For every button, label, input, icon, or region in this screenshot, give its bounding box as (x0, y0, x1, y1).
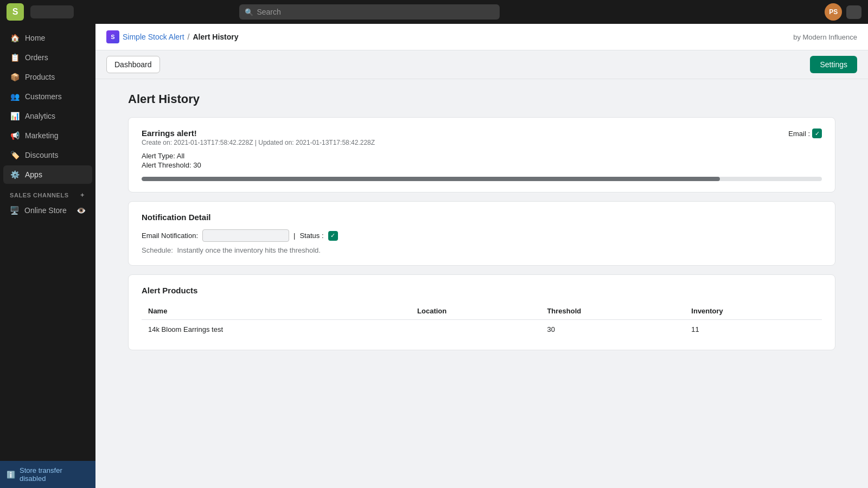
search-bar[interactable]: 🔍 (239, 4, 500, 20)
settings-button[interactable]: Settings (810, 56, 857, 73)
cell-threshold: 30 (540, 320, 685, 339)
toolbar: Dashboard Settings (95, 50, 868, 79)
cell-inventory: 11 (685, 320, 822, 339)
topbar-right: PS (825, 3, 861, 21)
alert-meta: Alert Type: All Alert Threshold: 30 (142, 152, 822, 169)
breadcrumb: S Simple Stock Alert / Alert History (106, 30, 239, 43)
alert-products-card: Alert Products Name Location Threshold I… (128, 274, 835, 350)
content-area: Alert History Earrings alert! Create on:… (95, 79, 868, 488)
alert-info-card: Earrings alert! Create on: 2021-01-13T17… (128, 117, 835, 192)
topbar: S 🔍 PS (0, 0, 868, 24)
marketing-icon: 📢 (10, 131, 20, 140)
table-row: 14k Bloom Earrings test3011 (142, 320, 822, 339)
email-label: Email : (788, 130, 810, 138)
email-notification-input[interactable] (202, 229, 289, 242)
breadcrumb-app-link[interactable]: Simple Stock Alert (123, 33, 184, 41)
sidebar-item-orders[interactable]: 📋 Orders (3, 48, 92, 67)
page-title: Alert History (128, 92, 835, 106)
alert-header-row: Earrings alert! Create on: 2021-01-13T17… (142, 129, 822, 146)
email-notification-label: Email Notification: (142, 232, 198, 240)
cell-name: 14k Bloom Earrings test (142, 320, 411, 339)
col-threshold: Threshold (540, 303, 685, 320)
alert-threshold-row: Alert Threshold: 30 (142, 161, 822, 169)
subheader: S Simple Stock Alert / Alert History by … (95, 24, 868, 50)
notification-detail-card: Notification Detail Email Notification: … (128, 201, 835, 266)
email-badge: Email : ✓ (788, 129, 822, 138)
store-transfer-text: Store transfer disabled (20, 466, 89, 483)
alert-dates: Create on: 2021-01-13T17:58:42.228Z | Up… (142, 139, 375, 146)
sidebar: 🏠 Home 📋 Orders 📦 Products 👥 Customers 📊… (0, 24, 95, 488)
by-developer: by Modern Influence (793, 33, 857, 41)
store-transfer-banner: ℹ️ Store transfer disabled (0, 461, 95, 488)
apps-icon: ⚙️ (10, 170, 20, 179)
sidebar-item-analytics[interactable]: 📊 Analytics (3, 107, 92, 125)
analytics-icon: 📊 (10, 111, 20, 121)
breadcrumb-current-page: Alert History (193, 33, 239, 41)
sidebar-item-discounts[interactable]: 🏷️ Discounts (3, 146, 92, 164)
notification-schedule: Schedule: Instantly once the inventory h… (142, 246, 822, 254)
alert-name: Earrings alert! (142, 129, 375, 138)
search-input[interactable] (239, 4, 500, 20)
add-sales-channel-icon[interactable]: ＋ (79, 191, 86, 199)
products-table-header: Name Location Threshold Inventory (142, 303, 822, 320)
main-content: S Simple Stock Alert / Alert History by … (95, 24, 868, 488)
sidebar-item-home[interactable]: 🏠 Home (3, 29, 92, 47)
avatar[interactable]: PS (825, 3, 842, 21)
products-icon: 📦 (10, 72, 20, 82)
online-store-icon: 🖥️ (10, 206, 19, 215)
col-location: Location (411, 303, 540, 320)
shopify-logo: S (7, 3, 24, 21)
sidebar-item-apps[interactable]: ⚙️ Apps (3, 165, 92, 184)
notification-section-title: Notification Detail (142, 213, 822, 222)
status-check-icon: ✓ (328, 231, 338, 241)
progress-bar (142, 177, 822, 181)
progress-bar-fill (142, 177, 720, 181)
notification-detail-row: Email Notification: | Status : ✓ (142, 229, 822, 242)
pipe-separator: | (293, 232, 295, 240)
store-name[interactable] (30, 5, 74, 18)
products-table-body: 14k Bloom Earrings test3011 (142, 320, 822, 339)
app-icon: S (106, 30, 119, 43)
home-icon: 🏠 (10, 33, 20, 43)
layout: 🏠 Home 📋 Orders 📦 Products 👥 Customers 📊… (0, 24, 868, 488)
alert-name-section: Earrings alert! Create on: 2021-01-13T17… (142, 129, 375, 146)
products-table: Name Location Threshold Inventory 14k Bl… (142, 303, 822, 339)
status-label: Status : (299, 232, 323, 240)
discounts-icon: 🏷️ (10, 150, 20, 160)
sales-channels-label: SALES CHANNELS ＋ (0, 184, 95, 201)
alert-type-row: Alert Type: All (142, 152, 822, 160)
customers-icon: 👥 (10, 92, 20, 101)
email-check-icon: ✓ (812, 129, 822, 138)
products-section-title: Alert Products (142, 286, 822, 295)
info-icon: ℹ️ (7, 471, 15, 479)
eye-icon: 👁️ (76, 206, 86, 215)
orders-icon: 📋 (10, 53, 20, 62)
col-name: Name (142, 303, 411, 320)
sidebar-item-online-store[interactable]: 🖥️ Online Store 👁️ (3, 202, 92, 219)
breadcrumb-separator: / (188, 33, 190, 41)
search-icon: 🔍 (245, 8, 253, 16)
cell-location (411, 320, 540, 339)
col-inventory: Inventory (685, 303, 822, 320)
sidebar-item-products[interactable]: 📦 Products (3, 68, 92, 86)
dashboard-button[interactable]: Dashboard (106, 56, 160, 73)
sidebar-item-customers[interactable]: 👥 Customers (3, 87, 92, 106)
topbar-extra-button[interactable] (846, 5, 861, 19)
sidebar-item-marketing[interactable]: 📢 Marketing (3, 126, 92, 145)
